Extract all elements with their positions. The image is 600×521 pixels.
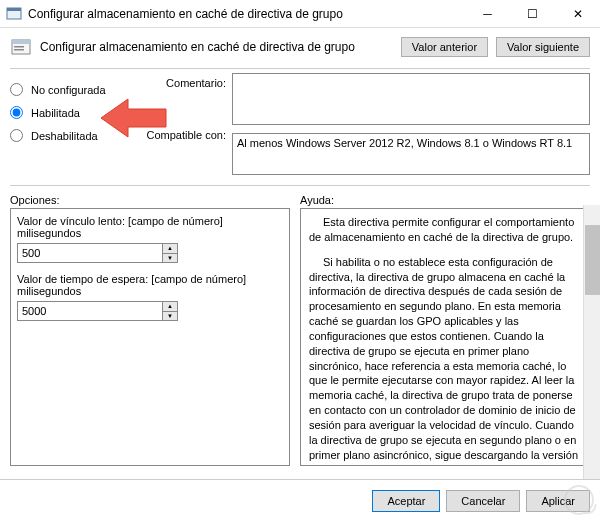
radio-label: No configurada [31, 84, 106, 96]
previous-value-button[interactable]: Valor anterior [401, 37, 488, 57]
section-labels: Opciones: Ayuda: [0, 190, 600, 208]
slow-link-label: Valor de vínculo lento: [campo de número… [17, 215, 283, 239]
ok-button[interactable]: Aceptar [372, 490, 440, 512]
help-label: Ayuda: [300, 194, 334, 206]
help-paragraph: Si habilita o no establece esta configur… [309, 255, 581, 466]
cancel-button[interactable]: Cancelar [446, 490, 520, 512]
policy-icon [10, 36, 32, 58]
help-paragraph: Esta directiva permite configurar el com… [309, 215, 581, 245]
help-pane[interactable]: Esta directiva permite configurar el com… [300, 208, 590, 466]
window-title: Configurar almacenamiento en caché de di… [28, 7, 465, 21]
radio-disabled-input[interactable] [10, 129, 23, 142]
comment-textarea[interactable] [232, 73, 590, 125]
radio-not-configured-input[interactable] [10, 83, 23, 96]
config-area: No configurada Habilitada Deshabilitada … [0, 73, 600, 181]
footer: Aceptar Cancelar Aplicar [0, 479, 600, 521]
header: Configurar almacenamiento en caché de di… [0, 28, 600, 64]
spin-up-icon[interactable]: ▲ [163, 302, 177, 312]
slow-link-field: ▲▼ [17, 243, 283, 263]
compat-textarea [232, 133, 590, 175]
svg-rect-3 [12, 40, 30, 44]
app-icon [6, 6, 22, 22]
svg-rect-4 [14, 46, 24, 48]
spin-down-icon[interactable]: ▼ [163, 312, 177, 321]
slow-link-spinner[interactable]: ▲▼ [162, 243, 178, 263]
panes: Valor de vínculo lento: [campo de número… [0, 208, 600, 466]
timeout-field: ▲▼ [17, 301, 283, 321]
compat-label: Compatible con: [147, 129, 227, 141]
titlebar: Configurar almacenamiento en caché de di… [0, 0, 600, 28]
radio-label: Habilitada [31, 107, 80, 119]
timeout-input[interactable] [17, 301, 162, 321]
close-button[interactable]: ✕ [555, 0, 600, 28]
timeout-label: Valor de tiempo de espera: [campo de núm… [17, 273, 283, 297]
radio-disabled[interactable]: Deshabilitada [10, 129, 125, 142]
spin-up-icon[interactable]: ▲ [163, 244, 177, 254]
slow-link-input[interactable] [17, 243, 162, 263]
minimize-button[interactable]: ─ [465, 0, 510, 28]
state-radios: No configurada Habilitada Deshabilitada [10, 73, 125, 175]
vertical-scrollbar[interactable] [583, 205, 600, 479]
radio-enabled[interactable]: Habilitada [10, 106, 125, 119]
radio-enabled-input[interactable] [10, 106, 23, 119]
scrollbar-thumb[interactable] [585, 225, 600, 295]
field-labels: Comentario: Compatible con: [131, 73, 226, 175]
svg-rect-5 [14, 49, 24, 51]
divider [10, 68, 590, 69]
timeout-spinner[interactable]: ▲▼ [162, 301, 178, 321]
radio-label: Deshabilitada [31, 130, 98, 142]
header-title: Configurar almacenamiento en caché de di… [40, 40, 393, 54]
next-value-button[interactable]: Valor siguiente [496, 37, 590, 57]
radio-not-configured[interactable]: No configurada [10, 83, 125, 96]
watermark-icon [564, 485, 594, 515]
divider [10, 185, 590, 186]
maximize-button[interactable]: ☐ [510, 0, 555, 28]
spin-down-icon[interactable]: ▼ [163, 254, 177, 263]
options-pane: Valor de vínculo lento: [campo de número… [10, 208, 290, 466]
svg-rect-1 [7, 8, 21, 11]
comment-label: Comentario: [166, 77, 226, 89]
options-label: Opciones: [10, 194, 300, 206]
